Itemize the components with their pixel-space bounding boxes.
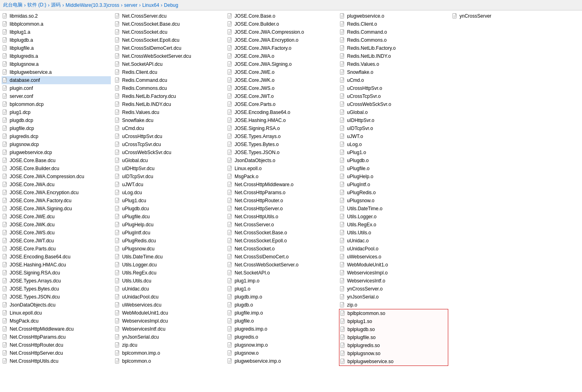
list-item[interactable]: uPlugIntf.dcu — [114, 229, 223, 237]
list-item[interactable]: bplbplcommon.so — [339, 309, 448, 317]
list-item[interactable]: JOSE.Core.JWA.Encryption.dcu — [2, 189, 111, 197]
list-item[interactable]: uGlobal.o — [339, 108, 448, 116]
list-item[interactable]: libmidas.so.2 — [2, 12, 111, 20]
list-item[interactable]: uLog.o — [339, 140, 448, 148]
list-item[interactable]: uGlobal.dcu — [114, 156, 223, 165]
list-item[interactable]: JOSE.Types.JSON.dcu — [2, 293, 111, 301]
list-item[interactable]: bplplugsnow.so — [339, 349, 448, 357]
list-item[interactable]: Net.CrossHttpUtils.o — [227, 213, 336, 221]
list-item[interactable]: Snowflake.o — [339, 68, 448, 76]
list-item[interactable]: ynJsonSerial.o — [339, 293, 448, 301]
list-item[interactable]: server.conf — [2, 92, 111, 100]
list-item[interactable]: Redis.Command.dcu — [114, 76, 223, 84]
list-item[interactable]: plugwebservice.o — [339, 12, 448, 20]
list-item[interactable]: uIDTcpSvr.o — [339, 124, 448, 132]
list-item[interactable]: WebservicesIntf.o — [339, 277, 448, 285]
list-item[interactable]: JOSE.Core.JWA.dcu — [2, 181, 111, 189]
list-item[interactable]: JOSE.Types.Arrays.dcu — [2, 277, 111, 285]
list-item[interactable]: Net.CrossSslDemoCert.o — [227, 253, 336, 261]
list-item[interactable]: plugredis.dcp — [2, 132, 111, 140]
list-item[interactable]: uJWT.dcu — [114, 181, 223, 189]
list-item[interactable]: uPlug1.o — [339, 148, 448, 156]
list-item[interactable]: uCrossHttpSvr.dcu — [114, 132, 223, 140]
list-item[interactable]: zip.o — [339, 301, 448, 309]
list-item[interactable]: libplug1.a — [2, 28, 111, 36]
list-item[interactable]: bplplugdb.so — [339, 325, 448, 333]
list-item[interactable]: Net.CrossSocket.Epoll.o — [227, 237, 336, 245]
list-item[interactable]: Redis.Command.o — [339, 28, 448, 36]
list-item[interactable]: Net.CrossSslDemoCert.dcu — [114, 44, 223, 52]
list-item[interactable]: Redis.NetLib.INDY.o — [339, 52, 448, 60]
list-item[interactable]: bplcommon.imp.o — [114, 349, 223, 357]
list-item[interactable]: plug1.imp.o — [227, 277, 336, 285]
list-item[interactable]: JOSE.Core.JWE.dcu — [2, 213, 111, 221]
list-item[interactable]: database.conf — [2, 76, 111, 84]
list-item[interactable]: libplugredis.a — [2, 52, 111, 60]
list-item[interactable]: plugdb.dcp — [2, 116, 111, 124]
list-item[interactable]: plugdb.imp.o — [227, 293, 336, 301]
list-item[interactable]: JOSE.Core.JWE.o — [227, 68, 336, 76]
list-item[interactable]: JOSE.Types.Bytes.dcu — [2, 285, 111, 293]
list-item[interactable]: bplplugfile.so — [339, 333, 448, 341]
list-item[interactable]: zip.dcu — [114, 341, 223, 349]
list-item[interactable]: Redis.NetLib.Factory.dcu — [114, 92, 223, 100]
list-item[interactable]: bplplugredis.so — [339, 341, 448, 349]
list-item[interactable]: uCmd.dcu — [114, 124, 223, 132]
list-item[interactable]: JOSE.Hashing.HMAC.o — [227, 116, 336, 124]
list-item[interactable]: JOSE.Types.JSON.o — [227, 148, 336, 156]
list-item[interactable]: libplugdb.a — [2, 36, 111, 44]
list-item[interactable]: plug1.dcp — [2, 108, 111, 116]
list-item[interactable]: uIDTcpSvr.dcu — [114, 173, 223, 181]
list-item[interactable]: JOSE.Core.JWA.Signing.o — [227, 60, 336, 68]
list-item[interactable]: Redis.Client.o — [339, 20, 448, 28]
path-linux64[interactable]: Linux64 — [142, 2, 159, 8]
list-item[interactable]: JOSE.Core.JWA.Factory.dcu — [2, 197, 111, 205]
list-item[interactable]: uUnidac.o — [339, 237, 448, 245]
list-item[interactable]: JOSE.Encoding.Base64.dcu — [2, 253, 111, 261]
list-item[interactable]: bplcommon.dcp — [2, 100, 111, 108]
list-item[interactable]: Utils.Logger.dcu — [114, 261, 223, 269]
list-item[interactable]: plugfile.imp.o — [227, 309, 336, 317]
list-item[interactable]: libplugwebservice.a — [2, 68, 111, 76]
list-item[interactable]: uPlugsnow.o — [339, 197, 448, 205]
list-item[interactable]: plugfile.o — [227, 317, 336, 325]
list-item[interactable]: JOSE.Core.JWA.Factory.o — [227, 44, 336, 52]
list-item[interactable]: Utils.Utils.dcu — [114, 277, 223, 285]
list-item[interactable]: JOSE.Core.JWS.dcu — [2, 229, 111, 237]
path-server[interactable]: server — [124, 2, 137, 8]
path-middleware[interactable]: MiddleWare(10.3.3)cross — [65, 2, 119, 8]
list-item[interactable]: Net.CrossHttpUtils.dcu — [2, 357, 111, 365]
list-item[interactable]: MsgPack.dcu — [2, 317, 111, 325]
list-item[interactable]: Linux.epoll.o — [227, 165, 336, 173]
list-item[interactable]: JOSE.Core.JWA.Signing.dcu — [2, 205, 111, 213]
list-item[interactable]: JOSE.Core.JWA.Compression.o — [227, 28, 336, 36]
list-item[interactable]: plugsnow.dcp — [2, 140, 111, 148]
list-item[interactable]: Redis.NetLib.INDY.dcu — [114, 100, 223, 108]
list-item[interactable]: uCmd.o — [339, 76, 448, 84]
list-item[interactable]: JsonDataObjects.o — [227, 156, 336, 165]
list-item[interactable]: JsonDataObjects.dcu — [2, 301, 111, 309]
list-item[interactable]: JOSE.Core.JWT.dcu — [2, 237, 111, 245]
list-item[interactable]: uPlug1.dcu — [114, 197, 223, 205]
list-item[interactable]: bplplugwebservice.so — [339, 357, 448, 366]
list-item[interactable]: Redis.NetLib.Factory.o — [339, 44, 448, 52]
list-item[interactable]: Net.CrossWebSocketServer.dcu — [114, 52, 223, 60]
list-item[interactable]: Net.CrossSocket.Epoll.dcu — [114, 36, 223, 44]
list-item[interactable]: plugfile.dcp — [2, 124, 111, 132]
list-item[interactable]: Net.CrossWebSocketServer.o — [227, 261, 336, 269]
list-item[interactable]: plugsnow.o — [227, 349, 336, 357]
list-item[interactable]: JOSE.Signing.RSA.o — [227, 124, 336, 132]
list-item[interactable]: Utils.RegEx.dcu — [114, 269, 223, 277]
list-item[interactable]: Net.CrossHttpRouter.dcu — [2, 341, 111, 349]
list-item[interactable]: uUnidac.dcu — [114, 285, 223, 293]
list-item[interactable]: Net.CrossSocket.Base.dcu — [114, 20, 223, 28]
list-item[interactable]: WebservicesImpl.o — [339, 269, 448, 277]
list-item[interactable]: libbplcommon.a — [2, 20, 111, 28]
list-item[interactable]: plug1.o — [227, 285, 336, 293]
list-item[interactable]: WebservicesImpl.dcu — [114, 317, 223, 325]
list-item[interactable]: Redis.Values.dcu — [114, 108, 223, 116]
list-item[interactable]: Net.CrossHttpServer.o — [227, 205, 336, 213]
list-item[interactable]: JOSE.Core.Parts.o — [227, 100, 336, 108]
list-item[interactable]: Utils.DateTime.dcu — [114, 253, 223, 261]
path-pc[interactable]: 此台电脑 — [3, 2, 22, 8]
